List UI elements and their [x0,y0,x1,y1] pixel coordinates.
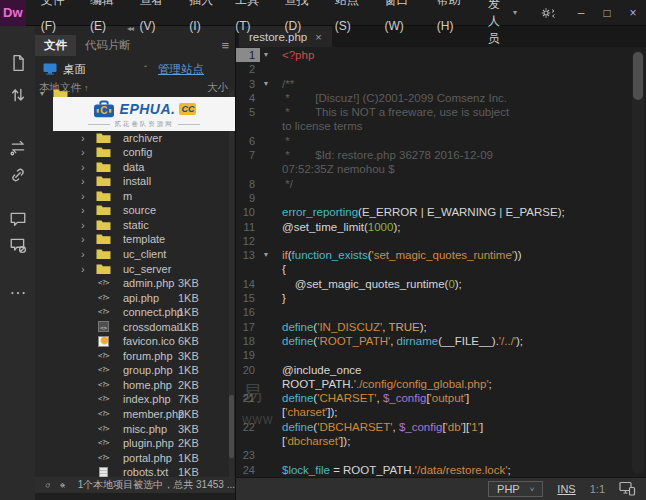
tree-row-file[interactable]: <?>forum.php3KB [35,349,229,364]
code-line: 7 * $Id: restore.php 36278 2016-12-09 07… [236,148,646,177]
menu-item[interactable]: 查看(V) [131,0,181,39]
chevron-down-icon: ˅ [530,485,535,494]
code-line: 16 [236,305,646,319]
tree-row-file[interactable]: robots.txt1KB [35,465,229,477]
chevron-expanded-icon[interactable]: ▾ [40,88,44,100]
code-line: 5 * This is NOT a freeware, use is subje… [236,105,646,134]
get-put-files-icon[interactable] [60,479,65,492]
tree-row-file[interactable]: <?>connect.php1KB [35,305,229,320]
preview-devices-icon[interactable] [619,481,636,498]
chevron-right-icon[interactable]: › [81,233,85,245]
chevron-right-icon[interactable]: › [81,248,85,260]
refresh-icon[interactable] [45,479,50,492]
menu-item[interactable]: 查找(D) [275,0,325,39]
line-number: 7 [236,148,260,162]
file-name: uc_client [123,248,166,260]
file-name: archiver [123,132,162,144]
new-file-icon[interactable] [9,54,27,72]
files-scrollbar[interactable] [229,90,234,477]
tree-row-folder[interactable]: ›uc_server [35,262,229,277]
chevron-right-icon[interactable]: › [81,132,85,144]
comment-icon[interactable] [9,210,27,228]
menu-item[interactable]: 文件(F) [32,0,81,39]
file-icon: <?> [96,364,111,376]
editor-scrollbar[interactable] [632,50,644,474]
transfer-files-icon[interactable] [9,86,27,104]
tree-row-folder[interactable]: ›source [35,203,229,218]
chevron-right-icon[interactable]: › [81,161,85,173]
code-line: 20@include_once ROOT_PATH.'./config/conf… [236,363,646,392]
watermark-tagline: 贰花卷队资源网 [88,120,200,129]
tree-row-folder[interactable]: ›static [35,218,229,233]
line-number: 21 [236,391,260,405]
tree-row-folder[interactable]: ›config [35,145,229,160]
tree-row-folder[interactable]: ›install [35,174,229,189]
line-number: 15 [236,291,260,305]
line-number: 16 [236,305,260,319]
tree-row-file[interactable]: <?>admin.php3KB [35,276,229,291]
editor-scrollbar-thumb[interactable] [633,52,643,100]
tree-row-file[interactable]: <?>plugin.php2KB [35,436,229,451]
manage-sites-link[interactable]: 管理站点 [158,62,204,77]
menu-item[interactable]: 插入(I) [180,0,226,39]
workspace-switcher[interactable]: 开发人员 ▾ [478,0,527,47]
code-link-icon[interactable] [9,166,27,184]
tree-row-file[interactable]: <?>member.php2KB [35,407,229,422]
fold-arrow-icon[interactable]: ▼ [260,48,272,62]
tree-row-file[interactable]: <?>api.php1KB [35,291,229,306]
sync-settings-button[interactable] [527,5,568,21]
line-number: 2 [236,62,260,76]
code-line: 15} [236,291,646,305]
menu-item[interactable]: 帮助(H) [428,0,478,39]
panel-menu-icon[interactable]: ≡ [221,38,229,53]
menu-item[interactable]: 工具(T) [226,0,275,39]
code-line: 12 [236,234,646,248]
tree-row-file[interactable]: <?>home.php2KB [35,378,229,393]
site-selector[interactable]: 桌面 ˇ [39,60,151,79]
desktop-icon [43,63,57,75]
file-icon: <?> [96,306,111,318]
file-name: portal.php [123,452,172,464]
tree-row-file[interactable]: <>crossdomai...1KB [35,320,229,335]
fold-arrow-icon[interactable]: ▼ [260,248,272,262]
tree-row-folder[interactable]: ›archiver [35,131,229,146]
tree-row-file[interactable]: <?>portal.php1KB [35,451,229,466]
tree-row-folder[interactable]: ›m [35,189,229,204]
insert-mode-indicator[interactable]: INS [557,483,575,495]
close-button[interactable]: × [620,0,646,26]
line-number: 3 [236,77,260,91]
file-size: 1KB [178,292,199,304]
more-icon[interactable] [9,284,27,302]
chevron-right-icon[interactable]: › [81,219,85,231]
chevron-right-icon[interactable]: › [81,175,85,187]
tree-row-file[interactable]: <?>index.php7KB [35,392,229,407]
minimize-button[interactable]: – [568,0,594,26]
file-size: 6KB [178,335,199,347]
maximize-button[interactable]: □ [594,0,620,26]
sync-icon[interactable] [9,138,27,156]
folder-icon [96,146,111,158]
chevron-right-icon[interactable]: › [81,146,85,158]
tree-row-file[interactable]: favicon.ico6KB [35,334,229,349]
activity-bar [0,26,35,500]
code-text: define('CHARSET', $_config['output'] ['c… [272,391,646,420]
fold-arrow-icon[interactable]: ▼ [260,77,272,91]
tree-row-file[interactable]: <?>group.php1KB [35,363,229,378]
chevron-right-icon[interactable]: › [81,190,85,202]
tree-row-file[interactable]: <?>misc.php3KB [35,422,229,437]
language-selector[interactable]: PHP ˅ [488,481,543,497]
file-size: 3KB [178,277,199,289]
file-name: favicon.ico [123,335,175,347]
code-view[interactable]: 1▼<?php23▼/**4 * [Discuz!] (C)2001-2099 … [236,47,646,477]
tree-row-folder[interactable]: ›template [35,232,229,247]
menu-item[interactable]: 编辑(E) [81,0,131,39]
file-tree: ▾›archiver›config›data›install›m›source›… [35,87,229,477]
tree-row-folder[interactable]: ›data [35,160,229,175]
menu-item[interactable]: 窗口(W) [375,0,427,39]
chevron-right-icon[interactable]: › [81,204,85,216]
comment-blocked-icon[interactable] [9,236,27,254]
tree-row-folder[interactable]: ›uc_client [35,247,229,262]
menu-item[interactable]: 站点(S) [326,0,376,39]
chevron-right-icon[interactable]: › [81,263,85,275]
files-scrollbar-thumb[interactable] [229,395,234,458]
